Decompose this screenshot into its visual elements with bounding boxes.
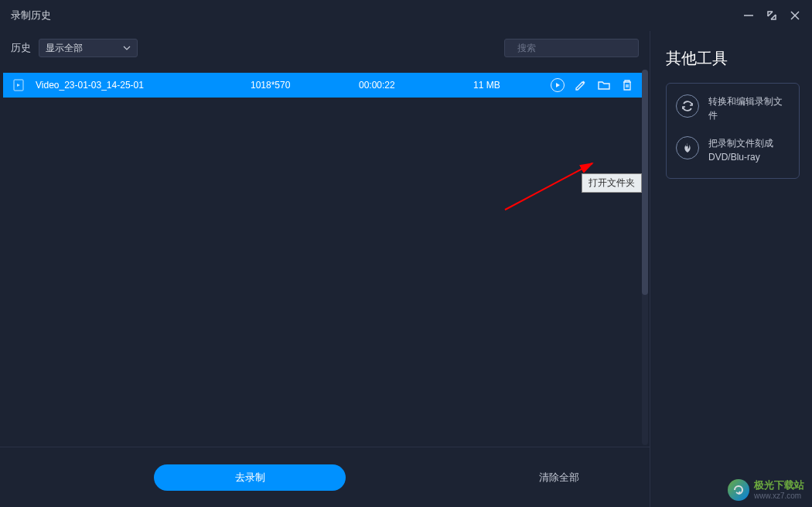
clear-all-link[interactable]: 清除全部: [539, 471, 579, 485]
watermark-logo-icon: [728, 479, 749, 501]
edit-icon[interactable]: [574, 78, 588, 92]
maximize-icon[interactable]: [766, 9, 778, 22]
toolbar: 历史 显示全部: [0, 31, 650, 65]
go-record-button[interactable]: 去录制: [154, 464, 346, 491]
search-input[interactable]: [517, 43, 633, 53]
col-resolution: 1018*570: [251, 80, 359, 91]
side-title: 其他工具: [666, 48, 800, 69]
convert-icon: [676, 94, 699, 118]
history-label: 历史: [11, 41, 31, 55]
burn-icon: [676, 136, 699, 159]
tool-convert-edit[interactable]: 转换和编辑录制文件: [676, 94, 790, 122]
col-duration: 00:00:22: [359, 80, 473, 91]
footer: 去录制 清除全部: [0, 447, 650, 507]
col-filename: Video_23-01-03_14-25-01: [36, 80, 251, 91]
minimize-icon[interactable]: [742, 9, 755, 22]
main-panel: 历史 显示全部 Video_23-01-03_14-25-01 1018*570…: [0, 31, 650, 507]
watermark-cn: 极光下载站: [754, 480, 804, 491]
side-panel: 其他工具 转换和编辑录制文件 把录制文件刻成DVD/Blu-ray: [650, 31, 812, 507]
video-file-icon: [12, 79, 25, 91]
list-item[interactable]: Video_23-01-03_14-25-01 1018*570 00:00:2…: [3, 73, 647, 98]
history-filter-dropdown[interactable]: 显示全部: [39, 39, 138, 57]
tool-label: 转换和编辑录制文件: [708, 94, 790, 122]
folder-icon[interactable]: [597, 78, 611, 92]
other-tools-box: 转换和编辑录制文件 把录制文件刻成DVD/Blu-ray: [666, 83, 800, 179]
titlebar: 录制历史: [0, 0, 812, 31]
scrollbar-thumb[interactable]: [642, 70, 648, 295]
watermark: 极光下载站 www.xz7.com: [728, 479, 804, 501]
tool-burn-disc[interactable]: 把录制文件刻成DVD/Blu-ray: [676, 136, 790, 164]
tooltip-open-folder: 打开文件夹: [582, 173, 642, 193]
recording-list: Video_23-01-03_14-25-01 1018*570 00:00:2…: [0, 65, 650, 447]
watermark-en: www.xz7.com: [754, 492, 804, 500]
search-box[interactable]: [504, 39, 639, 57]
chevron-down-icon: [123, 44, 131, 52]
svg-line-6: [505, 163, 592, 210]
close-icon[interactable]: [789, 9, 801, 22]
tool-label: 把录制文件刻成DVD/Blu-ray: [708, 136, 790, 164]
dropdown-value: 显示全部: [46, 42, 83, 55]
play-button[interactable]: [551, 78, 565, 92]
window-title: 录制历史: [11, 9, 51, 22]
delete-icon[interactable]: [620, 78, 634, 92]
vertical-scrollbar[interactable]: [642, 70, 648, 445]
col-size: 11 MB: [473, 80, 543, 91]
